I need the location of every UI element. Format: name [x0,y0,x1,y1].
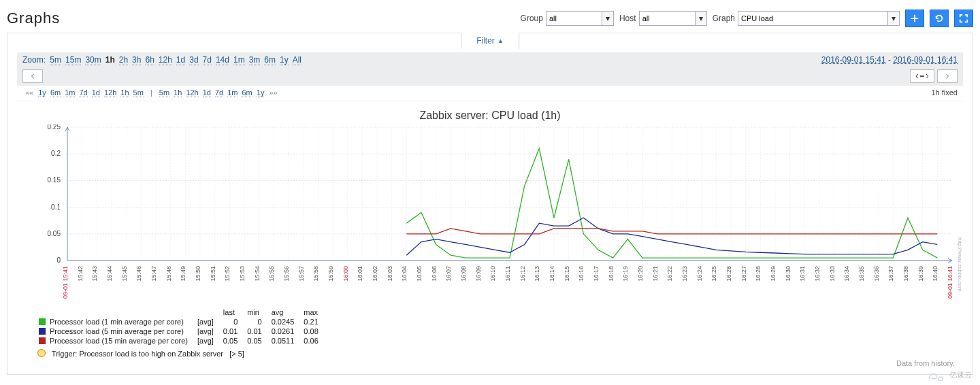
shift-row: ««1y6m1m7d1d12h1h5m | 5m1h12h1d7d1m6m1y»… [22,88,280,97]
group-select[interactable]: all [546,11,614,26]
zoom-7d[interactable]: 7d [203,55,212,65]
svg-text:16:16: 16:16 [578,266,585,282]
zoom-All[interactable]: All [293,55,301,65]
svg-text:16:09: 16:09 [475,266,482,282]
svg-text:15:45: 15:45 [121,266,128,282]
svg-text:16:10: 16:10 [489,266,496,282]
svg-text:16:22: 16:22 [666,266,673,282]
zoom-3m[interactable]: 3m [249,55,261,65]
zoom-3d[interactable]: 3d [189,55,198,65]
svg-text:0.1: 0.1 [51,203,61,211]
shift-link-1m[interactable]: 1m [65,88,75,97]
zoom-14d[interactable]: 14d [216,55,229,65]
shift-link-1y[interactable]: 1y [257,88,265,97]
svg-text:16:27: 16:27 [740,266,747,282]
svg-text:16:40: 16:40 [932,266,938,282]
range-to[interactable]: 2016-09-01 16:41 [893,55,958,65]
svg-text:16:23: 16:23 [681,266,688,282]
shift-link-5m[interactable]: 5m [133,88,144,97]
shift-link-6m[interactable]: 6m [50,88,61,97]
svg-text:16:15: 16:15 [564,266,570,282]
svg-text:16:32: 16:32 [814,266,821,282]
svg-text:15:44: 15:44 [106,266,113,282]
zoom-30m[interactable]: 30m [85,55,101,65]
zoom-5m[interactable]: 5m [50,55,61,65]
svg-text:16:07: 16:07 [445,266,452,282]
svg-text:15:42: 15:42 [77,266,84,282]
add-button[interactable] [905,10,924,27]
zoom-1h[interactable]: 1h [105,55,115,65]
svg-text:16:00: 16:00 [342,266,349,282]
legend-row: Processor load (5 min average per core)[… [39,327,327,335]
svg-text:16:21: 16:21 [652,266,659,282]
fullscreen-button[interactable] [954,10,973,27]
svg-text:16:06: 16:06 [431,266,438,282]
legend-row: Processor load (1 min average per core)[… [39,318,327,326]
svg-text:16:18: 16:18 [608,266,615,282]
svg-text:16:03: 16:03 [387,266,393,282]
shift-link-12h[interactable]: 12h [186,88,198,97]
zoom-1m[interactable]: 1m [233,55,245,65]
host-label: Host [619,14,636,23]
shift-link-1m[interactable]: 1m [227,88,238,97]
host-select[interactable]: all [639,11,707,26]
refresh-button[interactable] [930,10,949,27]
svg-text:16:37: 16:37 [887,266,894,282]
range-from[interactable]: 2016-09-01 15:41 [821,55,886,65]
shift-link-1y[interactable]: 1y [38,88,46,97]
shift-link-1h[interactable]: 1h [174,88,182,97]
svg-text:16:31: 16:31 [799,266,806,282]
svg-text:15:55: 15:55 [268,266,275,282]
shift-link-12h[interactable]: 12h [104,88,116,97]
svg-point-0 [920,76,921,77]
zoom-1y[interactable]: 1y [280,55,289,65]
svg-text:16:02: 16:02 [372,266,378,282]
zoom-6h[interactable]: 6h [145,55,154,65]
shift-link-7d[interactable]: 7d [79,88,87,97]
svg-text:0.05: 0.05 [48,230,61,237]
graph-select[interactable]: CPU load [738,11,900,26]
zoom-6m[interactable]: 6m [264,55,276,65]
shift-link-1h[interactable]: 1h [120,88,129,97]
legend-table: last min avg max Processor load (1 min a… [37,307,328,346]
zoom-3h[interactable]: 3h [132,55,141,65]
duration-text: 1h [931,88,939,97]
svg-point-2 [923,76,924,77]
shift-link-1d[interactable]: 1d [203,88,211,97]
svg-text:16:24: 16:24 [696,266,703,282]
zoom-row: Zoom: 5m15m30m1h2h3h6h12h1d3d7d14d1m3m6m… [22,55,304,65]
svg-text:09-01 15:41: 09-01 15:41 [62,266,69,299]
svg-text:16:19: 16:19 [622,266,629,282]
shift-mark- | : | [148,88,154,97]
scroll-window-button[interactable] [910,69,934,83]
svg-text:16:30: 16:30 [785,266,791,282]
cpu-load-chart: 00.050.10.150.20.2515:4215:4315:4415:451… [20,124,966,301]
scroll-right[interactable] [937,69,958,83]
zoom-label: Zoom: [22,55,46,65]
shift-link-1d[interactable]: 1d [92,88,100,97]
svg-text:16:35: 16:35 [858,266,865,282]
svg-text:15:47: 15:47 [150,266,157,282]
shift-link-5m[interactable]: 5m [159,88,169,97]
shift-link-6m[interactable]: 6m [242,88,252,97]
svg-text:15:43: 15:43 [91,266,98,282]
svg-text:16:36: 16:36 [873,266,880,282]
shift-mark-««: «« [25,88,33,97]
svg-point-1 [921,76,923,77]
zoom-2h[interactable]: 2h [119,55,128,65]
zoom-12h[interactable]: 12h [159,55,172,65]
svg-text:16:05: 16:05 [416,266,423,282]
shift-link-7d[interactable]: 7d [215,88,223,97]
zoom-15m[interactable]: 15m [65,55,81,65]
scroll-left[interactable] [22,69,43,83]
page-watermark: 亿速云 [926,369,972,378]
trigger-row: Trigger: Processor load is too high on Z… [37,349,960,358]
svg-text:16:29: 16:29 [770,266,777,282]
svg-text:16:17: 16:17 [593,266,600,282]
group-label: Group [521,14,543,23]
trigger-swatch [37,349,46,357]
svg-text:0.25: 0.25 [48,124,61,131]
svg-text:15:51: 15:51 [210,266,216,282]
svg-text:16:14: 16:14 [549,266,555,282]
zoom-1d[interactable]: 1d [176,55,185,65]
